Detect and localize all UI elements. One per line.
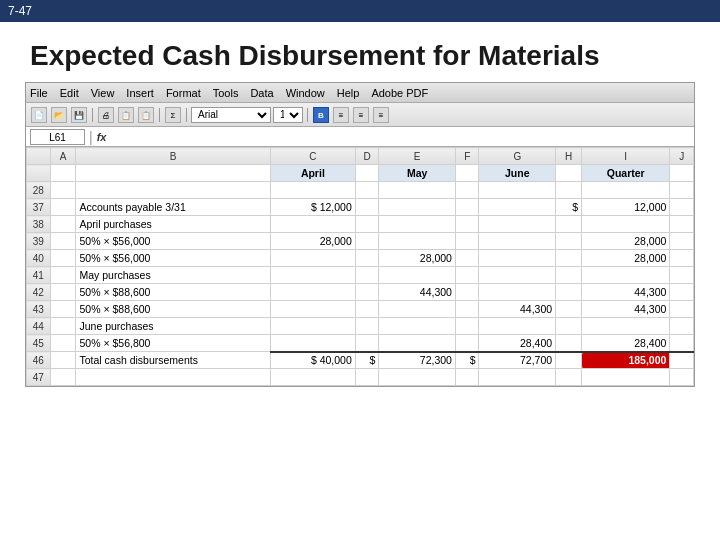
cell-B[interactable] — [76, 182, 270, 199]
cell-C44[interactable] — [270, 318, 355, 335]
cell-I47[interactable] — [582, 369, 670, 386]
cell-E47[interactable] — [379, 369, 456, 386]
cell-A41[interactable] — [50, 267, 76, 284]
cell-H44[interactable] — [556, 318, 582, 335]
menu-edit[interactable]: Edit — [60, 87, 79, 99]
cell-F41[interactable] — [455, 267, 479, 284]
cell-C38[interactable] — [270, 216, 355, 233]
cell-E41[interactable] — [379, 267, 456, 284]
col-header-A[interactable]: A — [50, 148, 76, 165]
cell-D37[interactable] — [355, 199, 379, 216]
col-header-F[interactable]: F — [455, 148, 479, 165]
cell-B39[interactable]: 50% × $56,000 — [76, 233, 270, 250]
cell-april-header[interactable]: April — [270, 165, 355, 182]
cell-D40[interactable] — [355, 250, 379, 267]
align-center-icon[interactable]: ≡ — [353, 107, 369, 123]
cell-F46[interactable]: $ — [455, 352, 479, 369]
menu-window[interactable]: Window — [286, 87, 325, 99]
cell-G38[interactable] — [479, 216, 556, 233]
cell-J38[interactable] — [670, 216, 694, 233]
cell-H38[interactable] — [556, 216, 582, 233]
cell-june-header[interactable]: June — [479, 165, 556, 182]
cell-J41[interactable] — [670, 267, 694, 284]
cell-C47[interactable] — [270, 369, 355, 386]
cell-G45[interactable]: 28,400 — [479, 335, 556, 352]
menu-insert[interactable]: Insert — [126, 87, 154, 99]
open-icon[interactable]: 📂 — [51, 107, 67, 123]
cell-B42[interactable]: 50% × $88,600 — [76, 284, 270, 301]
col-header-J[interactable]: J — [670, 148, 694, 165]
cell-may-header[interactable]: May — [379, 165, 456, 182]
cell-E42[interactable]: 44,300 — [379, 284, 456, 301]
cell-J40[interactable] — [670, 250, 694, 267]
print-icon[interactable]: 🖨 — [98, 107, 114, 123]
cell-D39[interactable] — [355, 233, 379, 250]
cell-H45[interactable] — [556, 335, 582, 352]
cell-C41[interactable] — [270, 267, 355, 284]
cell-C43[interactable] — [270, 301, 355, 318]
cell-B37[interactable]: Accounts payable 3/31 — [76, 199, 270, 216]
cell-B47[interactable] — [76, 369, 270, 386]
cell-A38[interactable] — [50, 216, 76, 233]
cell-A44[interactable] — [50, 318, 76, 335]
align-left-icon[interactable]: ≡ — [333, 107, 349, 123]
cell-F28[interactable] — [455, 165, 479, 182]
cell-B28[interactable] — [76, 165, 270, 182]
cell-C[interactable] — [270, 182, 355, 199]
cell-H46[interactable] — [556, 352, 582, 369]
col-header-I[interactable]: I — [582, 148, 670, 165]
cell-D46[interactable]: $ — [355, 352, 379, 369]
menu-format[interactable]: Format — [166, 87, 201, 99]
col-header-G[interactable]: G — [479, 148, 556, 165]
cell-D45[interactable] — [355, 335, 379, 352]
cell-reference[interactable]: L61 — [30, 129, 85, 145]
cell-B45[interactable]: 50% × $56,800 — [76, 335, 270, 352]
cell-A42[interactable] — [50, 284, 76, 301]
font-dropdown[interactable]: Arial — [191, 107, 271, 123]
cell-G37[interactable] — [479, 199, 556, 216]
col-header-D[interactable]: D — [355, 148, 379, 165]
menu-help[interactable]: Help — [337, 87, 360, 99]
cell-J47[interactable] — [670, 369, 694, 386]
cell-C39[interactable]: 28,000 — [270, 233, 355, 250]
cell-E[interactable] — [379, 182, 456, 199]
cell-I39[interactable]: 28,000 — [582, 233, 670, 250]
cell-J46[interactable] — [670, 352, 694, 369]
col-header-H[interactable]: H — [556, 148, 582, 165]
cell-E38[interactable] — [379, 216, 456, 233]
cell-I45[interactable]: 28,400 — [582, 335, 670, 352]
cell-D28[interactable] — [355, 165, 379, 182]
bold-button[interactable]: B — [313, 107, 329, 123]
save-icon[interactable]: 💾 — [71, 107, 87, 123]
cell-B40[interactable]: 50% × $56,000 — [76, 250, 270, 267]
cell-D41[interactable] — [355, 267, 379, 284]
size-dropdown[interactable]: 10 — [273, 107, 303, 123]
cell-H41[interactable] — [556, 267, 582, 284]
cell-G42[interactable] — [479, 284, 556, 301]
cell-I41[interactable] — [582, 267, 670, 284]
cell-I40[interactable]: 28,000 — [582, 250, 670, 267]
cell-A37[interactable] — [50, 199, 76, 216]
cell-E43[interactable] — [379, 301, 456, 318]
cell-D43[interactable] — [355, 301, 379, 318]
cell-E39[interactable] — [379, 233, 456, 250]
cell-I42[interactable]: 44,300 — [582, 284, 670, 301]
cell-H[interactable] — [556, 182, 582, 199]
cell-J45[interactable] — [670, 335, 694, 352]
cell-A39[interactable] — [50, 233, 76, 250]
cell-H40[interactable] — [556, 250, 582, 267]
cell-G40[interactable] — [479, 250, 556, 267]
cell-F39[interactable] — [455, 233, 479, 250]
menu-data[interactable]: Data — [250, 87, 273, 99]
cell-A43[interactable] — [50, 301, 76, 318]
cell-I46-total[interactable]: 185,000 — [582, 352, 670, 369]
cell-D44[interactable] — [355, 318, 379, 335]
cell-J43[interactable] — [670, 301, 694, 318]
cell-A46[interactable] — [50, 352, 76, 369]
cell-A28[interactable] — [50, 165, 76, 182]
cell-H39[interactable] — [556, 233, 582, 250]
cell-E44[interactable] — [379, 318, 456, 335]
cell-F38[interactable] — [455, 216, 479, 233]
cell-F42[interactable] — [455, 284, 479, 301]
cell-I[interactable] — [582, 182, 670, 199]
